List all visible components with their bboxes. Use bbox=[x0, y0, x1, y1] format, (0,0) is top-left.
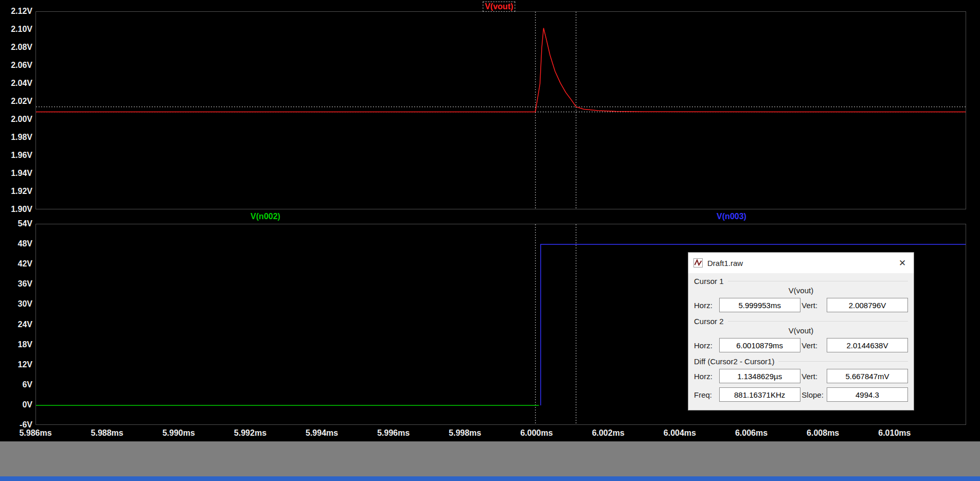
y-tick-label: 1.96V bbox=[11, 151, 32, 160]
y-tick-label: 2.10V bbox=[11, 25, 32, 34]
y-tick-label: 2.00V bbox=[11, 115, 32, 124]
x-tick-label: 6.000ms bbox=[503, 429, 570, 438]
x-tick-label: 6.010ms bbox=[861, 429, 928, 438]
diff-horz-value[interactable] bbox=[719, 369, 800, 383]
dialog-title: Draft1.raw bbox=[707, 259, 743, 268]
x-tick-label: 6.008ms bbox=[790, 429, 857, 438]
x-tick-label: 5.988ms bbox=[74, 429, 140, 438]
x-tick-label: 5.998ms bbox=[432, 429, 498, 438]
cursor1-horz-label: Horz: bbox=[694, 301, 718, 310]
group-divider bbox=[728, 321, 908, 322]
y-tick-label: 42V bbox=[18, 259, 32, 269]
group-divider bbox=[728, 281, 908, 281]
y-tick-label: 1.92V bbox=[11, 187, 32, 196]
y-tick-label: 12V bbox=[18, 360, 32, 369]
y-tick-label: 2.04V bbox=[11, 79, 32, 88]
dialog-body: Cursor 1 V(vout) Horz: Vert: Cursor 2 V(… bbox=[688, 273, 914, 407]
y-tick-label: 48V bbox=[18, 239, 32, 248]
dialog-titlebar[interactable]: Draft1.raw ✕ bbox=[688, 253, 914, 273]
cursor1-vert-label: Vert: bbox=[801, 301, 825, 310]
x-tick-label: 6.006ms bbox=[718, 429, 785, 438]
diff-vert-value[interactable] bbox=[827, 369, 908, 383]
y-tick-label: 54V bbox=[18, 219, 32, 228]
y-tick-label: 2.02V bbox=[11, 97, 32, 106]
cursor1-trace-name: V(vout) bbox=[694, 286, 908, 295]
diff-heading: Diff (Cursor2 - Cursor1) bbox=[694, 357, 774, 366]
top-plot-pane[interactable] bbox=[35, 11, 966, 209]
ltspice-icon bbox=[693, 258, 703, 268]
y-tick-label: 24V bbox=[18, 320, 32, 329]
cursor2-vert-label: Vert: bbox=[801, 341, 825, 350]
trace-label-n003[interactable]: V(n003) bbox=[715, 212, 748, 221]
y-tick-label: 30V bbox=[18, 299, 32, 309]
slope-label: Slope: bbox=[801, 390, 825, 399]
cursor2-heading: Cursor 2 bbox=[694, 317, 724, 326]
cursor-dialog: Draft1.raw ✕ Cursor 1 V(vout) Horz: Vert… bbox=[688, 252, 914, 411]
y-tick-label: 18V bbox=[18, 340, 32, 349]
cursor1-heading: Cursor 1 bbox=[694, 277, 724, 286]
trace-V(vout) bbox=[36, 28, 966, 112]
y-tick-label: 1.94V bbox=[11, 169, 32, 178]
y-tick-label: 2.12V bbox=[11, 7, 32, 16]
cursor1-horz-value[interactable] bbox=[719, 298, 800, 312]
y-tick-label: 0V bbox=[22, 400, 32, 409]
cursor2-horz-value[interactable] bbox=[719, 338, 800, 352]
cursor2-horz-label: Horz: bbox=[694, 341, 718, 350]
x-tick-label: 5.996ms bbox=[360, 429, 427, 438]
bottom-blue-strip bbox=[0, 476, 980, 481]
y-tick-label: 2.08V bbox=[11, 43, 32, 52]
diff-vert-label: Vert: bbox=[801, 372, 825, 381]
trace-label-n002[interactable]: V(n002) bbox=[249, 212, 282, 221]
cursor2-group: Cursor 2 V(vout) Horz: Vert: bbox=[694, 316, 908, 352]
diff-horz-label: Horz: bbox=[694, 372, 718, 381]
cursor1-group: Cursor 1 V(vout) Horz: Vert: bbox=[694, 276, 908, 312]
group-divider bbox=[778, 361, 908, 362]
x-tick-label: 5.986ms bbox=[2, 429, 69, 438]
slope-value[interactable] bbox=[827, 387, 908, 402]
y-tick-label: 2.06V bbox=[11, 61, 32, 70]
x-tick-label: 5.990ms bbox=[145, 429, 212, 438]
freq-value[interactable] bbox=[719, 387, 800, 402]
freq-label: Freq: bbox=[694, 390, 718, 399]
y-tick-label: 1.90V bbox=[11, 205, 32, 214]
x-tick-label: 6.002ms bbox=[575, 429, 642, 438]
x-tick-label: 5.994ms bbox=[289, 429, 355, 438]
x-tick-label: 6.004ms bbox=[646, 429, 713, 438]
trace-label-vout[interactable]: V(vout) bbox=[483, 2, 515, 12]
y-tick-label: 1.98V bbox=[11, 133, 32, 142]
cursor2-vert-value[interactable] bbox=[827, 338, 908, 352]
close-icon[interactable]: ✕ bbox=[891, 253, 914, 273]
cursor1-vert-value[interactable] bbox=[827, 298, 908, 312]
diff-group: Diff (Cursor2 - Cursor1) Horz: Vert: Fre… bbox=[694, 357, 908, 402]
lower-gray-area bbox=[0, 441, 980, 476]
y-tick-label: 36V bbox=[18, 279, 32, 289]
cursor2-trace-name: V(vout) bbox=[694, 326, 908, 335]
y-tick-label: 6V bbox=[22, 380, 32, 389]
x-tick-label: 5.992ms bbox=[217, 429, 283, 438]
